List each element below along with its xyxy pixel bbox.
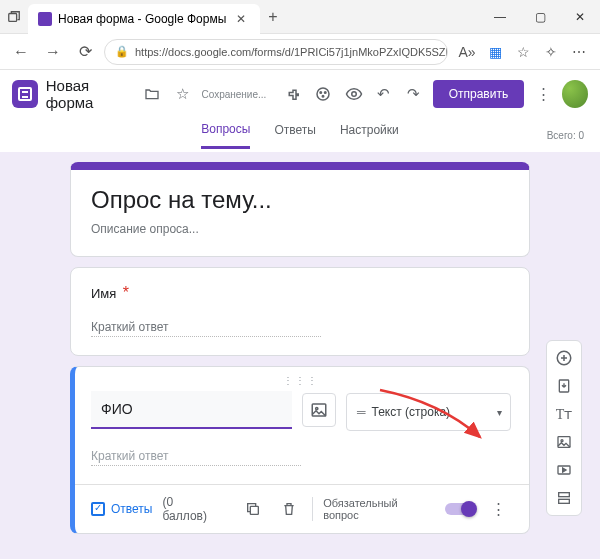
tab-questions[interactable]: Вопросы bbox=[201, 122, 250, 149]
delete-icon[interactable] bbox=[276, 496, 302, 522]
new-tab-button[interactable]: + bbox=[260, 8, 285, 26]
add-image-icon[interactable] bbox=[302, 393, 336, 427]
add-image-side-icon[interactable] bbox=[550, 429, 578, 455]
add-question-icon[interactable] bbox=[550, 345, 578, 371]
form-canvas: Опрос на тему... Описание опроса... Имя … bbox=[0, 152, 600, 559]
svg-point-5 bbox=[351, 92, 356, 97]
close-tab-icon[interactable]: ✕ bbox=[232, 12, 250, 26]
question-card-1[interactable]: Имя * Краткий ответ bbox=[70, 267, 530, 356]
svg-point-7 bbox=[316, 407, 318, 409]
maximize-button[interactable]: ▢ bbox=[520, 0, 560, 34]
separator bbox=[312, 497, 313, 521]
form-title-text[interactable]: Опрос на тему... bbox=[91, 186, 509, 214]
url-text: https://docs.google.com/forms/d/1PRICi57… bbox=[135, 46, 448, 58]
forms-logo-icon[interactable] bbox=[12, 80, 38, 108]
form-name[interactable]: Новая форма bbox=[46, 77, 134, 111]
answer-key-icon bbox=[91, 502, 105, 516]
window-titlebar: Новая форма - Google Формы ✕ + ― ▢ ✕ bbox=[0, 0, 600, 34]
more-menu-icon[interactable]: ⋮ bbox=[532, 82, 554, 106]
send-button[interactable]: Отправить bbox=[433, 80, 525, 108]
svg-rect-15 bbox=[559, 499, 570, 503]
browser-tab[interactable]: Новая форма - Google Формы ✕ bbox=[28, 4, 260, 34]
required-toggle[interactable] bbox=[445, 503, 475, 515]
browser-menu-icon[interactable]: ⋯ bbox=[566, 39, 592, 65]
svg-point-1 bbox=[317, 88, 329, 100]
preview-icon[interactable] bbox=[342, 82, 364, 106]
translate-icon[interactable]: ▦ bbox=[482, 39, 508, 65]
avatar[interactable] bbox=[562, 80, 588, 108]
redo-icon[interactable]: ↷ bbox=[403, 82, 425, 106]
browser-toolbar: ← → ⟳ 🔒 https://docs.google.com/forms/d/… bbox=[0, 34, 600, 70]
question-card-2-active[interactable]: ⋮⋮⋮ ═ Текст (строка) ▾ Краткий ответ Отв… bbox=[70, 366, 530, 534]
tab-title: Новая форма - Google Формы bbox=[58, 12, 226, 26]
answer-key-label: Ответы bbox=[111, 502, 152, 516]
add-title-icon[interactable]: Tᴛ bbox=[550, 401, 578, 427]
svg-rect-8 bbox=[251, 506, 259, 514]
back-button[interactable]: ← bbox=[8, 39, 34, 65]
answer-key-button[interactable]: Ответы bbox=[91, 502, 152, 516]
svg-rect-0 bbox=[9, 13, 17, 21]
collections-icon[interactable]: ✧ bbox=[538, 39, 564, 65]
chevron-down-icon: ▾ bbox=[497, 407, 502, 418]
lock-icon: 🔒 bbox=[115, 45, 129, 58]
question-footer: Ответы (0 баллов) Обязательный вопрос ⋮ bbox=[91, 485, 511, 533]
question-type-label: Текст (строка) bbox=[372, 405, 451, 419]
short-text-icon: ═ bbox=[357, 405, 364, 419]
svg-point-4 bbox=[323, 96, 325, 98]
forms-header: Новая форма ☆ Сохранение... ↶ ↷ Отправит… bbox=[0, 70, 600, 118]
form-description-text[interactable]: Описание опроса... bbox=[91, 222, 509, 236]
tab-actions-icon[interactable] bbox=[0, 10, 28, 24]
minimize-button[interactable]: ― bbox=[480, 0, 520, 34]
tab-responses[interactable]: Ответы bbox=[274, 123, 315, 147]
close-window-button[interactable]: ✕ bbox=[560, 0, 600, 34]
drag-handle-icon[interactable]: ⋮⋮⋮ bbox=[91, 375, 511, 387]
forward-button[interactable]: → bbox=[40, 39, 66, 65]
points-label: (0 баллов) bbox=[162, 495, 220, 523]
theme-icon[interactable] bbox=[312, 82, 334, 106]
undo-icon[interactable]: ↶ bbox=[373, 82, 395, 106]
required-star-icon: * bbox=[123, 284, 129, 301]
form-title-card[interactable]: Опрос на тему... Описание опроса... bbox=[70, 162, 530, 257]
saving-status: Сохранение... bbox=[201, 89, 266, 100]
form-tabs: Вопросы Ответы Настройки Всего: 0 bbox=[0, 118, 600, 152]
floating-toolbar: Tᴛ bbox=[546, 340, 582, 516]
address-bar[interactable]: 🔒 https://docs.google.com/forms/d/1PRICi… bbox=[104, 39, 448, 65]
add-video-icon[interactable] bbox=[550, 457, 578, 483]
read-aloud-icon[interactable]: A» bbox=[454, 39, 480, 65]
svg-point-3 bbox=[325, 92, 327, 94]
favicon-icon bbox=[38, 12, 52, 26]
question-more-icon[interactable]: ⋮ bbox=[485, 496, 511, 522]
question-label: Имя bbox=[91, 286, 116, 301]
favorite-icon[interactable]: ☆ bbox=[510, 39, 536, 65]
svg-point-12 bbox=[561, 440, 563, 442]
duplicate-icon[interactable] bbox=[241, 496, 267, 522]
tab-settings[interactable]: Настройки bbox=[340, 123, 399, 147]
folder-icon[interactable] bbox=[141, 82, 163, 106]
add-section-icon[interactable] bbox=[550, 485, 578, 511]
short-answer-placeholder: Краткий ответ bbox=[91, 449, 301, 466]
reload-button[interactable]: ⟳ bbox=[72, 39, 98, 65]
question-type-select[interactable]: ═ Текст (строка) ▾ bbox=[346, 393, 511, 431]
question-title-input[interactable] bbox=[91, 391, 292, 429]
star-icon[interactable]: ☆ bbox=[171, 82, 193, 106]
addons-icon[interactable] bbox=[282, 82, 304, 106]
answer-placeholder: Краткий ответ bbox=[91, 320, 321, 337]
import-questions-icon[interactable] bbox=[550, 373, 578, 399]
svg-rect-14 bbox=[559, 493, 570, 497]
responses-total: Всего: 0 bbox=[547, 130, 584, 141]
required-label: Обязательный вопрос bbox=[323, 497, 435, 521]
svg-point-2 bbox=[320, 92, 322, 94]
